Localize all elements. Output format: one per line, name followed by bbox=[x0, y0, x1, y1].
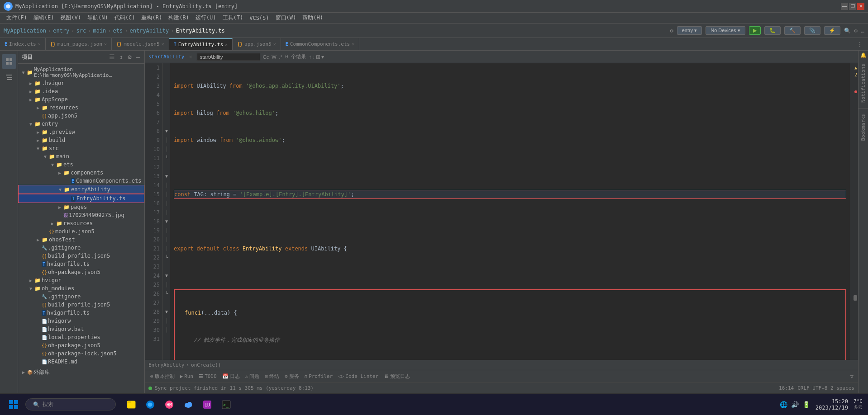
tab-entry-ability[interactable]: T EntryAbility.ts ✕ bbox=[169, 38, 233, 50]
tab-main-pages[interactable]: {} main_pages.json ✕ bbox=[46, 38, 112, 50]
settings-toolbar-icon[interactable]: ⚙ bbox=[854, 28, 858, 34]
tab-close-main-pages[interactable]: ✕ bbox=[104, 42, 107, 47]
breadcrumb-entryability[interactable]: entryAbility bbox=[130, 28, 169, 34]
tree-oh-modules[interactable]: ▼ 📁 oh_modules bbox=[18, 284, 144, 292]
search-next-button[interactable]: ↓ bbox=[312, 54, 315, 60]
tree-entry[interactable]: ▼ 📁 entry bbox=[18, 120, 144, 128]
debug-button[interactable]: 🐛 bbox=[764, 26, 781, 35]
menu-item-vcs[interactable]: VCS(S) bbox=[247, 14, 272, 22]
tree-ets[interactable]: ▼ 📁 ets bbox=[18, 160, 144, 169]
tree-pages[interactable]: ▶ 📁 pages bbox=[18, 203, 144, 211]
log-button[interactable]: 📅 日志 bbox=[220, 372, 242, 381]
tree-components[interactable]: ▶ 📁 components bbox=[18, 169, 144, 177]
build-button[interactable]: 🔨 bbox=[784, 26, 801, 35]
taskbar-battery-icon[interactable]: 🔋 bbox=[802, 401, 810, 408]
tab-index-ets[interactable]: E Index.ets ✕ bbox=[0, 38, 46, 50]
tree-gitignore[interactable]: ▶ 🔧 .gitignore bbox=[18, 244, 144, 252]
taskbar-app-terminal[interactable]: >_ bbox=[218, 396, 234, 413]
restore-button[interactable]: ❐ bbox=[849, 3, 856, 10]
tab-common-components[interactable]: E CommonComponents.ets ✕ bbox=[281, 38, 360, 50]
code-editor[interactable]: 12345 678910 1112131415 1617181920 21222… bbox=[145, 63, 858, 360]
bookmarks-label[interactable]: Bookmarks bbox=[859, 110, 868, 145]
menu-item-code[interactable]: 代码(C) bbox=[112, 13, 138, 23]
preview-log-button[interactable]: 🖥 预览日志 bbox=[382, 372, 412, 381]
tree-root-oh-package[interactable]: ▶ {} oh-package.json5 bbox=[18, 341, 144, 349]
tab-module-json[interactable]: {} module.json5 ✕ bbox=[112, 38, 169, 50]
tree-hvigor[interactable]: ▶ 📁 .hvigor bbox=[18, 79, 144, 87]
more-icon[interactable]: … bbox=[861, 28, 864, 34]
taskbar-app-edge[interactable] bbox=[142, 396, 158, 413]
taskbar-app-cloud[interactable] bbox=[180, 396, 196, 413]
entry-button[interactable]: entry ▾ bbox=[677, 26, 702, 35]
tab-close-index[interactable]: ✕ bbox=[38, 42, 41, 47]
menu-item-file[interactable]: 文件(F) bbox=[4, 13, 30, 23]
tree-readme[interactable]: ▶ 📄 README.md bbox=[18, 358, 144, 366]
cursor-position[interactable]: 16:14 bbox=[779, 385, 794, 391]
tree-module-json[interactable]: ▶ {} module.json5 bbox=[18, 227, 144, 236]
taskbar-app-harmonyos[interactable]: HM bbox=[161, 396, 177, 413]
menu-item-build[interactable]: 构建(B) bbox=[166, 13, 192, 23]
notifications-label[interactable]: Notifications bbox=[859, 60, 868, 106]
breadcrumb-src[interactable]: src bbox=[76, 28, 86, 34]
version-control-button[interactable]: ⊚ 版本控制 bbox=[148, 372, 176, 381]
taskbar-sound-icon[interactable]: 🔊 bbox=[791, 401, 799, 408]
notifications-icon[interactable]: 🔔 bbox=[860, 52, 867, 58]
tree-local-properties[interactable]: ▶ 📄 local.properties bbox=[18, 333, 144, 341]
profile-button[interactable]: ⚡ bbox=[824, 26, 840, 35]
code-linter-button[interactable]: ◁▷ Code Linter bbox=[336, 373, 380, 380]
tree-hvigorw-bat[interactable]: ▶ 📄 hvigorw.bat bbox=[18, 325, 144, 333]
menu-item-view[interactable]: 视图(V) bbox=[57, 13, 84, 23]
tree-root-hvigorfile[interactable]: ▶ T hvigorfile.ts bbox=[18, 309, 144, 317]
tree-idea[interactable]: ▶ 📁 .idea bbox=[18, 87, 144, 95]
sidebar-settings-icon[interactable]: ⚙ bbox=[127, 52, 132, 61]
problems-button[interactable]: ⚠ 问题 bbox=[243, 372, 262, 381]
taskbar-app-ide[interactable]: ID bbox=[199, 396, 215, 413]
breadcrumb-main[interactable]: main bbox=[93, 28, 106, 34]
tab-close-app[interactable]: ✕ bbox=[273, 42, 276, 47]
search-options-button[interactable]: ⊞ bbox=[316, 54, 320, 60]
tree-appscope[interactable]: ▶ 📁 AppScope bbox=[18, 95, 144, 104]
breadcrumb-entry[interactable]: entry bbox=[53, 28, 69, 34]
sidebar-layout-icon[interactable]: ☰ bbox=[108, 52, 116, 61]
menu-item-tools[interactable]: 工具(T) bbox=[220, 13, 246, 23]
search-prev-button[interactable]: ↑ bbox=[309, 54, 311, 60]
taskbar-weather[interactable]: 7°C 多云 bbox=[854, 398, 863, 410]
taskbar-app-files[interactable] bbox=[123, 396, 139, 413]
tree-resources2[interactable]: ▶ 📁 resources bbox=[18, 219, 144, 227]
menu-item-navigate[interactable]: 导航(N) bbox=[85, 13, 111, 23]
project-panel-tab[interactable] bbox=[2, 54, 16, 69]
menu-item-run[interactable]: 运行(U) bbox=[193, 13, 219, 23]
tab-list-button[interactable]: ⋮ bbox=[855, 41, 864, 47]
menu-item-refactor[interactable]: 重构(R) bbox=[138, 13, 165, 23]
windows-start-button[interactable] bbox=[5, 396, 22, 413]
sidebar-collapse-icon[interactable]: — bbox=[135, 52, 141, 61]
tab-close-module[interactable]: ✕ bbox=[162, 42, 164, 47]
services-button[interactable]: ⚙ 服务 bbox=[283, 372, 301, 381]
profiler-button[interactable]: ∩ Profiler bbox=[303, 373, 335, 380]
tree-preview[interactable]: ▶ 📁 .preview bbox=[18, 128, 144, 136]
whole-word-button[interactable]: W bbox=[272, 54, 276, 60]
windows-search[interactable]: 🔍 搜索 bbox=[25, 398, 116, 410]
attach-button[interactable]: 📎 bbox=[804, 26, 820, 35]
tree-root-gitignore[interactable]: ▶ 🔧 .gitignore bbox=[18, 292, 144, 301]
tab-app-json[interactable]: {} app.json5 ✕ bbox=[233, 38, 281, 50]
tree-commoncomponents[interactable]: ▶ E CommonComponents.ets bbox=[18, 177, 144, 185]
run-button[interactable]: ▶ bbox=[749, 26, 761, 35]
menu-item-edit[interactable]: 编辑(E) bbox=[31, 13, 57, 23]
menu-item-help[interactable]: 帮助(H) bbox=[300, 13, 326, 23]
tree-oh-package[interactable]: ▶ {} oh-package.json5 bbox=[18, 268, 144, 276]
tree-hvigorw[interactable]: ▶ 📄 hvigorw bbox=[18, 317, 144, 325]
scroll-thumb[interactable] bbox=[854, 295, 857, 301]
search-filter-button[interactable]: ▾ bbox=[321, 54, 324, 60]
line-encoding[interactable]: CRLF UTF-8 2 spaces bbox=[797, 385, 854, 391]
tree-external[interactable]: ▶ 📦 外部库 bbox=[18, 368, 144, 377]
taskbar-clock[interactable]: 15:20 2023/12/19 bbox=[816, 398, 848, 411]
menu-item-window[interactable]: 窗口(W) bbox=[273, 13, 299, 23]
run-panel-button[interactable]: ▶ Run bbox=[178, 373, 196, 380]
tab-close-entry[interactable]: ✕ bbox=[225, 42, 228, 47]
tree-src[interactable]: ▼ 📁 src bbox=[18, 144, 144, 152]
search-toolbar-icon[interactable]: 🔍 bbox=[844, 28, 851, 34]
tree-build[interactable]: ▶ 📁 build bbox=[18, 136, 144, 144]
regex-button[interactable]: .* bbox=[279, 54, 282, 60]
tree-entryability[interactable]: ▼ 📁 entryAbility bbox=[18, 185, 144, 194]
